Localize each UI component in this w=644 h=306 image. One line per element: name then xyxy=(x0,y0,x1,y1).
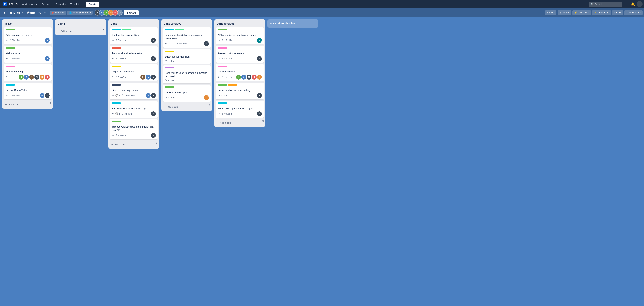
create-from-template-button[interactable]: ⊞ xyxy=(102,28,104,31)
card-label xyxy=(165,51,174,52)
card[interactable]: API endpoint for total time on board👁⏱15… xyxy=(216,28,264,44)
eye-icon: 👁 xyxy=(218,57,220,60)
card-avatars: AM xyxy=(146,93,156,98)
plus-icon: + xyxy=(5,103,7,106)
card[interactable]: Finalize new Logo design👁💬2⏱2d 0h 59mAM xyxy=(110,82,158,100)
card-meta-left: 👁⏱5h 11m xyxy=(112,39,126,42)
watch-indicator: 👁 xyxy=(6,94,8,97)
card[interactable]: Weekly Meeting👁⏱15h 50mBAMDC xyxy=(216,64,264,81)
chevron-down-icon: ▾ xyxy=(65,3,66,5)
add-card-button[interactable]: + Add a card xyxy=(163,104,211,109)
comment-icon: 💬 xyxy=(116,94,118,97)
list-cards: Add new logo to website👁⏱7h 35mAWebsite … xyxy=(2,28,53,101)
card-avatar: C xyxy=(204,95,209,100)
star-button[interactable]: ☆ xyxy=(43,11,46,14)
clock-icon: ⏱ xyxy=(116,134,118,137)
card-meta-left: 👁⏱15h 50m xyxy=(218,76,233,78)
card-avatar: M xyxy=(151,56,156,61)
list-todo: To Do ··· Add new logo to website👁⏱7h 35… xyxy=(2,20,53,108)
notifications-button[interactable]: 🔔 xyxy=(630,1,636,7)
time-estimate: ⏱0h 26m xyxy=(222,112,232,115)
board-view-button[interactable]: ▦ Board ▾ xyxy=(8,10,25,15)
eye-icon: 👁 xyxy=(6,76,8,78)
card[interactable]: Content Strategy for Blog👁⏱5h 11mM xyxy=(110,28,158,44)
clock-icon: ⏱ xyxy=(116,57,118,60)
create-from-template-button[interactable]: ⊞ xyxy=(156,142,158,144)
list-menu-button[interactable]: ··· xyxy=(258,21,263,26)
templates-menu[interactable]: Templates ▾ xyxy=(68,2,85,7)
create-from-template-button[interactable]: ⊞ xyxy=(209,104,211,106)
search-box[interactable]: 🔍 Search xyxy=(589,2,622,7)
member-plus[interactable]: +1 xyxy=(117,10,122,16)
card[interactable]: Send mail to John to arrange a meeting n… xyxy=(163,66,211,83)
user-avatar[interactable]: U xyxy=(636,1,642,7)
clock-icon: ⏱ xyxy=(222,76,224,78)
powerups-button[interactable]: ⚡ Power-Ups xyxy=(572,10,591,15)
card[interactable]: Subscribe for Moodlight⏱1h 40m xyxy=(163,49,211,64)
add-card-button[interactable]: + Add a card xyxy=(216,120,264,125)
top-nav: Trello Workspaces ▾ Recent ▾ Starred ▾ T… xyxy=(0,0,644,8)
eye-icon: 👁 xyxy=(112,76,114,78)
card[interactable]: Backend API endpoint⏱5h 30mC xyxy=(163,85,211,102)
board-bar: ◀ ▦ Board ▾ Acme Inc ☆ camplight 🌐 Works… xyxy=(0,8,644,17)
card[interactable]: Answer customer emails👁⏱5h 11mM xyxy=(216,46,264,62)
list-menu-button[interactable]: ··· xyxy=(46,21,51,26)
eye-icon: 👁 xyxy=(6,94,8,97)
share-icon: ⬆ xyxy=(126,12,128,14)
card[interactable]: Add new logo to website👁⏱7h 35mA xyxy=(4,28,52,44)
card-avatars: T xyxy=(257,38,262,43)
card-labels xyxy=(218,66,262,68)
list-menu-button[interactable]: ··· xyxy=(152,21,157,26)
add-card-button[interactable]: + Add a card xyxy=(4,102,52,107)
share-button[interactable]: ⬆ Share xyxy=(124,10,138,15)
card-meta: 👁BARMCD xyxy=(6,75,50,80)
card[interactable]: Record videos for Features page👁💬1⏱3h 49… xyxy=(110,101,158,118)
create-button[interactable]: Create xyxy=(86,2,98,7)
slack-button[interactable]: # Slack xyxy=(545,10,556,15)
card-avatars: M xyxy=(257,56,262,61)
info-button[interactable]: ℹ xyxy=(623,1,629,7)
automation-icon: ⚡ xyxy=(594,12,597,14)
starred-menu[interactable]: Starred ▾ xyxy=(54,2,68,7)
card[interactable]: Improve Analytics page and implement new… xyxy=(110,119,158,139)
create-from-template-button[interactable]: ⊞ xyxy=(50,102,52,104)
card[interactable]: Website work👁⏱5h 50mA xyxy=(4,46,52,62)
recent-menu[interactable]: Recent ▾ xyxy=(40,2,53,7)
camplight-button[interactable]: camplight xyxy=(50,11,66,15)
automation-button[interactable]: ⚡ Automation xyxy=(592,10,611,15)
card[interactable]: Setup github page for the project👁⏱0h 26… xyxy=(216,101,264,118)
list-menu-button[interactable]: ··· xyxy=(99,21,104,26)
card-meta: ⏱5h 30mC xyxy=(165,95,209,100)
assista-button[interactable]: ⊕ Assista xyxy=(558,10,571,15)
board-tools: # Slack ⊕ Assista ⚡ Power-Ups ⚡ Automati… xyxy=(545,10,642,15)
card-label xyxy=(218,102,227,104)
card-title: Subscribe for Moodlight xyxy=(165,55,209,58)
add-list-button[interactable]: ++ Add another list xyxy=(268,20,318,28)
card[interactable]: Record Demo Video👁⏱0h 20mAM xyxy=(4,82,52,100)
add-card-button[interactable]: + Add a card xyxy=(110,142,158,147)
checklist-indicator: ☑0/2 xyxy=(168,42,174,45)
create-from-template-button[interactable]: ⊞ xyxy=(262,120,264,122)
add-card-button[interactable]: + Add a card xyxy=(57,28,104,34)
card[interactable]: Logo, brand guidelines, assets and prese… xyxy=(163,28,211,48)
card-labels xyxy=(218,84,262,87)
show-menu-button[interactable]: ··· Show menu xyxy=(624,10,642,15)
card[interactable]: Prep for shareholder meeting👁⏱7h 06mM xyxy=(110,46,158,62)
card[interactable]: Organize Yoga retreat👁⏱9h 47mRAM xyxy=(110,64,158,81)
card-label xyxy=(112,47,121,49)
back-button[interactable]: ◀ xyxy=(2,10,7,15)
workspaces-menu[interactable]: Workspaces ▾ xyxy=(20,2,39,7)
list-menu-button[interactable]: ··· xyxy=(205,21,210,26)
card-title: Weekly Meeting xyxy=(6,70,50,74)
card[interactable]: Frontend dropdown menu bug⏱1h 44mM xyxy=(216,82,264,100)
card-title: Send mail to John to arrange a meeting n… xyxy=(165,71,209,78)
card-labels xyxy=(112,29,156,32)
filter-button[interactable]: ≡ Filter xyxy=(612,10,623,15)
card-avatars: A xyxy=(45,56,50,61)
card-avatars: M xyxy=(257,111,262,116)
card[interactable]: Weekly Meeting👁BARMCD xyxy=(4,64,52,81)
card-meta: 👁⏱9h 47mRAM xyxy=(112,75,156,80)
workspace-visible-button[interactable]: 🌐 Workspace visible xyxy=(67,11,93,15)
card-title: Website work xyxy=(6,52,50,55)
card-labels xyxy=(6,66,50,68)
